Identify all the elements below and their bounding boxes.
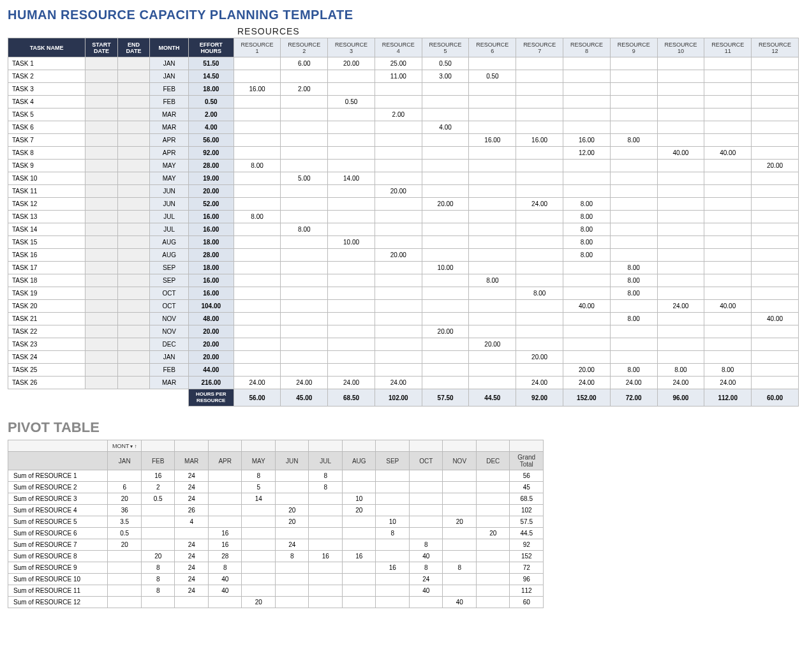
cell-resource-2[interactable] — [281, 147, 328, 160]
pivot-cell[interactable] — [242, 516, 276, 528]
cell-resource-10[interactable] — [657, 83, 704, 96]
pivot-cell[interactable]: 24 — [409, 574, 443, 585]
pivot-cell[interactable]: 40 — [443, 597, 477, 608]
cell-resource-3[interactable] — [328, 287, 375, 300]
cell-month[interactable]: AUG — [150, 249, 189, 262]
cell-resource-8[interactable]: 20.00 — [563, 364, 611, 377]
pivot-cell[interactable] — [175, 597, 209, 608]
cell-resource-3[interactable] — [328, 223, 375, 236]
cell-resource-6[interactable]: 8.00 — [469, 274, 516, 287]
cell-resource-2[interactable] — [281, 134, 328, 147]
cell-start-date[interactable] — [85, 351, 118, 364]
cell-end-date[interactable] — [117, 313, 150, 325]
pivot-cell[interactable] — [242, 528, 276, 539]
cell-resource-2[interactable] — [281, 211, 328, 223]
cell-resource-5[interactable] — [422, 172, 469, 185]
cell-task-name[interactable]: TASK 19 — [8, 287, 85, 300]
cell-resource-10[interactable] — [657, 198, 704, 211]
pivot-cell[interactable] — [208, 505, 242, 516]
cell-resource-8[interactable] — [563, 70, 611, 83]
cell-resource-4[interactable] — [375, 121, 422, 134]
cell-resource-3[interactable] — [328, 147, 375, 160]
pivot-cell[interactable] — [476, 470, 510, 482]
cell-resource-6[interactable] — [469, 236, 516, 249]
pivot-cell[interactable]: 8 — [275, 551, 309, 562]
pivot-cell[interactable]: 16 — [309, 551, 343, 562]
cell-resource-1[interactable]: 16.00 — [234, 83, 281, 96]
pivot-cell[interactable] — [376, 574, 410, 585]
cell-resource-3[interactable] — [328, 351, 375, 364]
pivot-cell[interactable] — [476, 539, 510, 551]
pivot-cell[interactable]: 24 — [175, 551, 209, 562]
pivot-cell[interactable]: 3.5 — [108, 516, 142, 528]
pivot-cell[interactable] — [443, 493, 477, 505]
cell-resource-4[interactable] — [375, 96, 422, 108]
cell-resource-4[interactable] — [375, 236, 422, 249]
cell-end-date[interactable] — [117, 160, 150, 172]
cell-resource-4[interactable] — [375, 287, 422, 300]
cell-resource-1[interactable] — [234, 70, 281, 83]
pivot-cell[interactable] — [376, 493, 410, 505]
cell-resource-7[interactable] — [516, 364, 563, 377]
cell-resource-4[interactable]: 20.00 — [375, 249, 422, 262]
cell-resource-3[interactable] — [328, 160, 375, 172]
cell-resource-2[interactable] — [281, 108, 328, 121]
cell-resource-9[interactable] — [610, 351, 657, 364]
cell-resource-7[interactable] — [516, 108, 563, 121]
cell-effort[interactable]: 18.00 — [188, 83, 234, 96]
cell-resource-9[interactable]: 8.00 — [610, 274, 657, 287]
cell-task-name[interactable]: TASK 16 — [8, 249, 85, 262]
cell-resource-8[interactable] — [563, 172, 611, 185]
cell-task-name[interactable]: TASK 9 — [8, 160, 85, 172]
cell-resource-4[interactable] — [375, 134, 422, 147]
cell-start-date[interactable] — [85, 377, 118, 389]
pivot-cell[interactable] — [443, 470, 477, 482]
cell-month[interactable]: JAN — [150, 351, 189, 364]
cell-resource-9[interactable]: 24.00 — [610, 377, 657, 389]
cell-end-date[interactable] — [117, 236, 150, 249]
cell-effort[interactable]: 19.00 — [188, 172, 234, 185]
cell-task-name[interactable]: TASK 26 — [8, 377, 85, 389]
cell-resource-5[interactable]: 0.50 — [422, 57, 469, 70]
cell-end-date[interactable] — [117, 147, 150, 160]
cell-resource-3[interactable] — [328, 338, 375, 351]
pivot-cell[interactable] — [275, 562, 309, 574]
cell-resource-12[interactable] — [752, 287, 799, 300]
cell-resource-2[interactable]: 24.00 — [281, 377, 328, 389]
cell-resource-7[interactable] — [516, 172, 563, 185]
cell-resource-8[interactable] — [563, 96, 611, 108]
pivot-cell[interactable] — [376, 597, 410, 608]
cell-effort[interactable]: 92.00 — [188, 147, 234, 160]
pivot-cell[interactable]: 8 — [141, 574, 175, 585]
pivot-cell[interactable]: 24 — [175, 482, 209, 493]
pivot-cell[interactable] — [141, 516, 175, 528]
pivot-cell[interactable] — [342, 528, 376, 539]
cell-resource-10[interactable] — [657, 236, 704, 249]
cell-task-name[interactable]: TASK 24 — [8, 351, 85, 364]
pivot-cell[interactable]: 8 — [242, 470, 276, 482]
cell-resource-9[interactable]: 8.00 — [610, 287, 657, 300]
cell-month[interactable]: SEP — [150, 262, 189, 274]
cell-resource-12[interactable] — [752, 274, 799, 287]
cell-resource-12[interactable] — [752, 262, 799, 274]
cell-resource-9[interactable] — [610, 236, 657, 249]
cell-resource-1[interactable] — [234, 121, 281, 134]
pivot-cell[interactable] — [443, 482, 477, 493]
cell-resource-1[interactable] — [234, 134, 281, 147]
cell-resource-3[interactable]: 10.00 — [328, 236, 375, 249]
cell-resource-12[interactable] — [752, 249, 799, 262]
cell-effort[interactable]: 20.00 — [188, 351, 234, 364]
cell-end-date[interactable] — [117, 262, 150, 274]
cell-resource-3[interactable]: 20.00 — [328, 57, 375, 70]
pivot-cell[interactable]: 26 — [175, 505, 209, 516]
cell-resource-9[interactable] — [610, 83, 657, 96]
cell-effort[interactable]: 104.00 — [188, 300, 234, 313]
cell-task-name[interactable]: TASK 15 — [8, 236, 85, 249]
pivot-cell[interactable]: 20 — [476, 528, 510, 539]
cell-resource-7[interactable] — [516, 70, 563, 83]
cell-resource-11[interactable] — [704, 338, 752, 351]
cell-month[interactable]: JAN — [150, 57, 189, 70]
pivot-cell[interactable]: 24 — [175, 574, 209, 585]
pivot-cell[interactable]: 24 — [275, 539, 309, 551]
cell-effort[interactable]: 51.50 — [188, 57, 234, 70]
